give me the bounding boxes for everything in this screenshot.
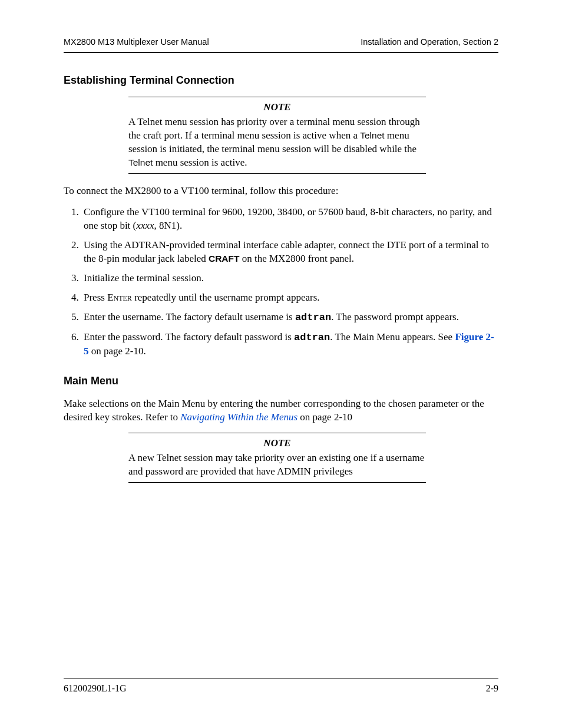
step-2: Using the ADTRAN-provided terminal inter… bbox=[81, 239, 498, 266]
note-label: NOTE bbox=[128, 101, 426, 114]
step-3: Initialize the terminal session. bbox=[81, 272, 498, 285]
footer-left: 61200290L1-1G bbox=[64, 682, 127, 695]
header-rule bbox=[64, 52, 498, 53]
footer-rule bbox=[64, 678, 498, 678]
main-menu-paragraph: Make selections on the Main Menu by ente… bbox=[64, 397, 498, 424]
intro-paragraph: To connect the MX2800 to a VT100 termina… bbox=[64, 185, 498, 198]
step-1: Configure the VT100 terminal for 9600, 1… bbox=[81, 206, 498, 233]
note-admin-privileges: NOTE A new Telnet session may take prior… bbox=[128, 433, 426, 483]
step-4: Press Enter repeatedly until the usernam… bbox=[81, 291, 498, 305]
page-footer: 61200290L1-1G 2-9 bbox=[64, 682, 498, 695]
footer-right: 2-9 bbox=[486, 682, 498, 695]
header-left: MX2800 M13 Multiplexer User Manual bbox=[64, 37, 209, 48]
note-body: A Telnet menu session has priority over … bbox=[128, 116, 426, 170]
note-telnet-priority: NOTE A Telnet menu session has priority … bbox=[128, 97, 426, 174]
heading-main-menu: Main Menu bbox=[64, 374, 498, 388]
note-body: A new Telnet session may take priority o… bbox=[128, 452, 426, 479]
link-navigating-within-the-menus[interactable]: Navigating Within the Menus bbox=[180, 411, 297, 423]
procedure-list: Configure the VT100 terminal for 9600, 1… bbox=[64, 206, 498, 358]
step-6: Enter the password. The factory default … bbox=[81, 331, 498, 358]
step-5: Enter the username. The factory default … bbox=[81, 311, 498, 325]
page-header: MX2800 M13 Multiplexer User Manual Insta… bbox=[64, 37, 498, 48]
heading-establishing-terminal-connection: Establishing Terminal Connection bbox=[64, 73, 498, 87]
note-label: NOTE bbox=[128, 437, 426, 450]
header-right: Installation and Operation, Section 2 bbox=[361, 37, 498, 48]
